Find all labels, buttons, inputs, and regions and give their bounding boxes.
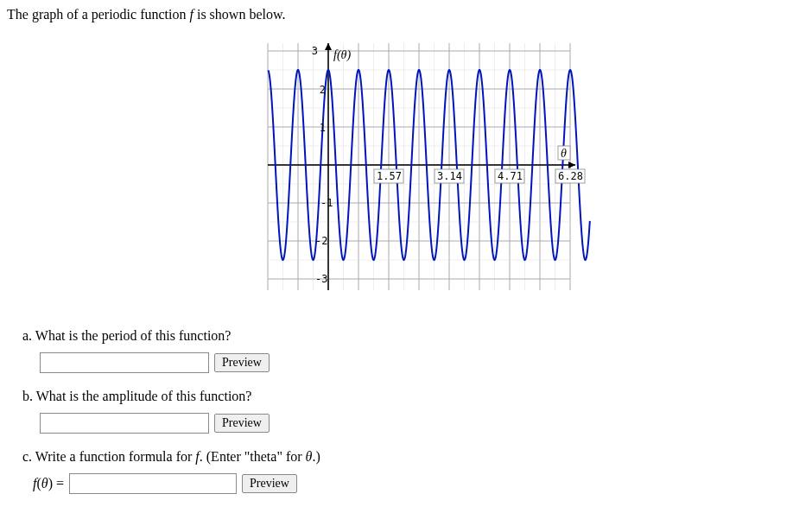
function-graph: 3 2 1 -1 -2 -3 1.57 3.14 4.71 6.28 f(θ) … bbox=[249, 31, 786, 302]
y-axis-arrow-icon bbox=[325, 43, 332, 50]
answer-a-input[interactable] bbox=[40, 352, 209, 373]
svg-text:6.28: 6.28 bbox=[558, 170, 583, 182]
x-axis-label: θ bbox=[561, 147, 567, 160]
question-c: c. Write a function formula for f. (Ente… bbox=[22, 449, 786, 465]
svg-text:-1: -1 bbox=[320, 197, 333, 209]
x-axis-arrow-icon bbox=[568, 162, 575, 168]
svg-text:1.57: 1.57 bbox=[377, 170, 402, 182]
answer-b-input[interactable] bbox=[40, 413, 209, 434]
preview-c-button[interactable]: Preview bbox=[242, 474, 297, 493]
ftheta-label: f(θ) = bbox=[33, 476, 64, 491]
grid bbox=[268, 43, 570, 290]
y-axis-label: f(θ) bbox=[333, 48, 351, 62]
svg-text:-2: -2 bbox=[315, 235, 327, 247]
svg-text:4.71: 4.71 bbox=[498, 170, 523, 182]
svg-text:3: 3 bbox=[312, 45, 318, 57]
preview-b-button[interactable]: Preview bbox=[214, 414, 270, 433]
answer-c-input[interactable] bbox=[69, 473, 237, 494]
svg-text:-3: -3 bbox=[315, 273, 327, 285]
preview-a-button[interactable]: Preview bbox=[214, 353, 270, 372]
svg-text:2: 2 bbox=[320, 84, 326, 96]
question-a: a. What is the period of this function? bbox=[22, 328, 786, 344]
intro-text: The graph of a periodic function f is sh… bbox=[7, 7, 786, 22]
svg-text:1: 1 bbox=[320, 122, 326, 134]
question-b: b. What is the amplitude of this functio… bbox=[22, 389, 786, 404]
svg-text:3.14: 3.14 bbox=[437, 170, 462, 182]
